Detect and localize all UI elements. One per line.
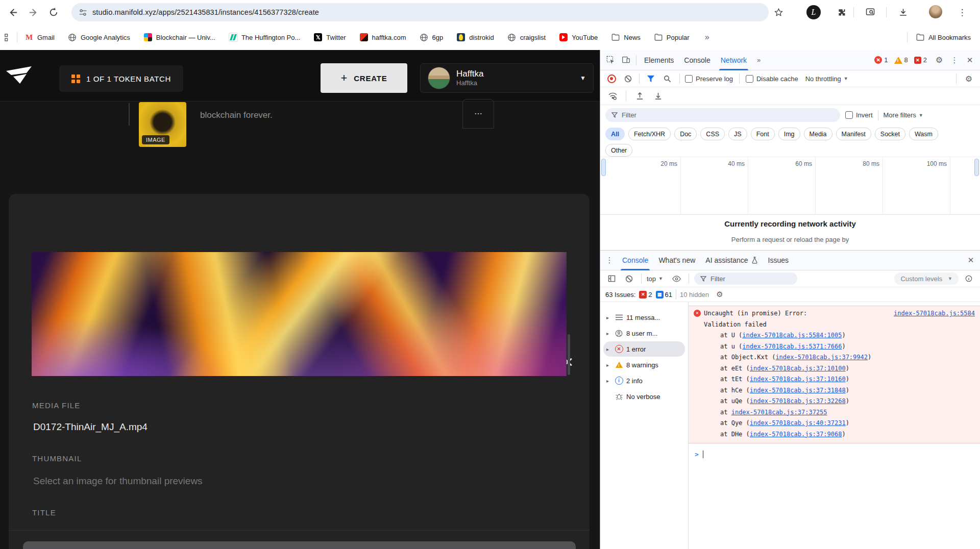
clear-network-icon[interactable] bbox=[621, 72, 635, 85]
export-har-icon[interactable] bbox=[651, 89, 665, 103]
stack-frame-link[interactable]: index-57018cab.js:37:37255 bbox=[731, 409, 827, 416]
back-icon[interactable] bbox=[4, 4, 21, 21]
device-toolbar-icon[interactable] bbox=[619, 54, 633, 67]
import-har-icon[interactable] bbox=[632, 89, 647, 103]
disable-cache-checkbox[interactable]: Disable cache bbox=[746, 75, 798, 83]
devtools-menu-icon[interactable]: ⋮ bbox=[947, 54, 962, 67]
tab-elements[interactable]: Elements bbox=[640, 50, 678, 70]
live-expression-eye-icon[interactable] bbox=[669, 272, 683, 285]
hidden-messages-label[interactable]: 10 hidden bbox=[680, 291, 709, 298]
extensions-puzzle-icon[interactable] bbox=[833, 4, 850, 21]
stack-frame-link[interactable]: index-57018cab.js:37:9068 bbox=[750, 431, 842, 438]
manifold-logo[interactable] bbox=[6, 66, 33, 85]
console-sidebar-item-no-verbose[interactable]: No verbose bbox=[603, 389, 685, 404]
console-prompt[interactable]: > bbox=[695, 451, 980, 458]
filter-chip-socket[interactable]: Socket bbox=[875, 128, 905, 140]
drawer-tab-issues[interactable]: Issues bbox=[764, 250, 793, 270]
drawer-close-icon[interactable]: ✕ bbox=[964, 254, 978, 267]
bookmark-item[interactable]: Blockchair — Univ... bbox=[143, 33, 215, 42]
side-panel-icon[interactable] bbox=[4, 33, 12, 42]
bookmark-item[interactable]: Google Analytics bbox=[68, 33, 130, 42]
bookmark-item[interactable]: 6gp bbox=[420, 33, 444, 42]
issues-summary-label[interactable]: 63 Issues: bbox=[605, 291, 635, 298]
browser-menu-icon[interactable]: ⋮ bbox=[953, 4, 971, 21]
search-page-icon[interactable] bbox=[862, 4, 879, 21]
reload-icon[interactable] bbox=[45, 4, 62, 21]
console-sidebar-item-2-info[interactable]: ▸i2 info bbox=[603, 373, 685, 388]
issues-message-count[interactable]: ▤ 61 bbox=[656, 291, 672, 298]
bookmark-item[interactable]: MGmail bbox=[24, 33, 55, 42]
bookmark-item[interactable]: hafftka.com bbox=[359, 33, 406, 42]
thumbnail-placeholder[interactable]: Select an image for thumbnail previews bbox=[33, 476, 203, 487]
bookmark-item[interactable]: YouTube bbox=[559, 33, 598, 42]
stack-frame-link[interactable]: index-57018cab.js:37:10100 bbox=[750, 365, 846, 372]
custom-levels-dropdown[interactable]: Custom levels▼ bbox=[894, 272, 959, 285]
site-info-icon[interactable] bbox=[79, 8, 87, 17]
network-filter-input[interactable]: Filter bbox=[605, 108, 840, 122]
bookmark-item[interactable]: 𝕏Twitter bbox=[313, 33, 346, 42]
inspect-element-icon[interactable] bbox=[603, 54, 618, 67]
network-settings-icon[interactable]: ⚙ bbox=[962, 72, 976, 85]
filter-chip-fetchxhr[interactable]: Fetch/XHR bbox=[628, 128, 671, 140]
more-filters-dropdown[interactable]: More filters▼ bbox=[884, 111, 923, 119]
timeline-left-handle[interactable] bbox=[601, 159, 606, 176]
error-count-badge[interactable]: ✕ 1 bbox=[874, 56, 888, 64]
bookmark-item[interactable]: distrokid bbox=[456, 33, 494, 42]
drawer-tab-console[interactable]: Console bbox=[618, 250, 653, 270]
save-button[interactable]: SAVE bbox=[23, 541, 576, 549]
throttling-dropdown[interactable]: No throttling▼ bbox=[805, 75, 848, 83]
more-tabs-icon[interactable]: » bbox=[752, 50, 765, 70]
stack-frame-link[interactable]: index-57018cab.js:40:37231 bbox=[750, 419, 846, 427]
preserve-log-checkbox[interactable]: Preserve log bbox=[685, 75, 733, 83]
bookmarks-overflow-chevron[interactable]: » bbox=[705, 33, 709, 42]
bookmark-star-icon[interactable] bbox=[770, 4, 787, 21]
issues-error-count[interactable]: ✕ 2 bbox=[639, 291, 652, 298]
bookmark-item[interactable]: News bbox=[611, 33, 641, 42]
clear-console-icon[interactable] bbox=[622, 272, 636, 285]
address-bar[interactable]: studio.manifold.xyz/apps/2521435831/inst… bbox=[71, 3, 769, 21]
filter-chip-js[interactable]: JS bbox=[728, 128, 747, 140]
console-sidebar-toggle-icon[interactable] bbox=[604, 272, 619, 285]
drawer-tab-whats-new[interactable]: What's new bbox=[654, 250, 700, 270]
token-thumbnail[interactable]: IMAGE bbox=[139, 102, 186, 147]
network-search-icon[interactable] bbox=[660, 72, 674, 85]
devtools-settings-icon[interactable]: ⚙ bbox=[932, 54, 946, 67]
tab-network[interactable]: Network bbox=[716, 50, 751, 70]
stack-frame-link[interactable]: index-57018cab.js:37:10160 bbox=[750, 376, 846, 383]
console-sidebar-item-8-warnings[interactable]: ▸!8 warnings bbox=[603, 357, 685, 372]
console-settings-icon[interactable]: ⚙ bbox=[713, 288, 727, 301]
filter-chip-font[interactable]: Font bbox=[751, 128, 775, 140]
drawer-tab-ai-assistance[interactable]: AI assistance bbox=[701, 250, 762, 270]
network-timeline-ruler[interactable]: 20 ms40 ms60 ms80 ms100 ms bbox=[600, 157, 980, 215]
filter-chip-other[interactable]: Other bbox=[605, 144, 632, 157]
filter-chip-img[interactable]: Img bbox=[778, 128, 800, 140]
downloads-icon[interactable] bbox=[894, 4, 912, 21]
filter-chip-doc[interactable]: Doc bbox=[674, 128, 697, 140]
console-error-entry[interactable]: ✕ Uncaught (in promise) Error: index-570… bbox=[689, 306, 980, 443]
issues-count-badge[interactable]: ✕ 2 bbox=[914, 56, 927, 64]
bookmark-item[interactable]: The Huffington Po... bbox=[229, 33, 300, 42]
invert-checkbox[interactable]: Invert bbox=[845, 111, 873, 119]
console-sidebar-item-8-user-m-[interactable]: ▸8 user m... bbox=[603, 326, 685, 341]
stack-frame-link[interactable]: index-57018cab.js:37:32268 bbox=[750, 397, 846, 405]
timeline-right-handle[interactable] bbox=[974, 159, 979, 176]
stack-frame-link[interactable]: index-57018cab.js:37:31848 bbox=[750, 387, 846, 394]
error-source-link[interactable]: index-57018cab.js:5584 bbox=[894, 308, 975, 319]
all-bookmarks[interactable]: All Bookmarks bbox=[907, 32, 980, 42]
stack-frame-link[interactable]: index-57018cab.js:37:9942 bbox=[775, 354, 868, 361]
token-batch-button[interactable]: 1 OF 1 TOKEN BATCH bbox=[59, 65, 183, 92]
warning-count-badge[interactable]: ! 8 bbox=[894, 56, 908, 64]
create-button[interactable]: + CREATE bbox=[321, 63, 407, 93]
filter-chip-media[interactable]: Media bbox=[804, 128, 832, 140]
drawer-menu-icon[interactable]: ⋮ bbox=[602, 254, 617, 267]
record-icon[interactable] bbox=[604, 72, 619, 85]
row-menu-button[interactable]: ⋮ bbox=[462, 99, 494, 129]
profile-menu[interactable]: Hafftka Hafftka ▼ bbox=[420, 63, 594, 93]
devtools-close-icon[interactable]: ✕ bbox=[963, 54, 977, 67]
forward-icon[interactable] bbox=[24, 4, 42, 21]
tab-console[interactable]: Console bbox=[679, 50, 715, 70]
filter-chip-wasm[interactable]: Wasm bbox=[909, 128, 938, 140]
bookmark-item[interactable]: craigslist bbox=[507, 33, 546, 42]
console-sidebar-item-11-messa-[interactable]: ▸11 messa... bbox=[603, 310, 685, 325]
context-selector[interactable]: top▼ bbox=[647, 275, 663, 283]
